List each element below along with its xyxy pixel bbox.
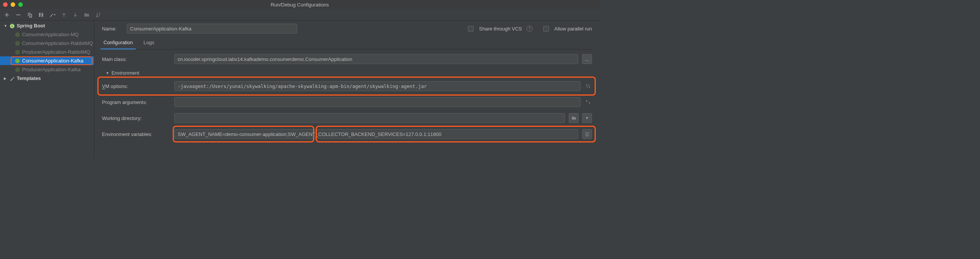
folder-icon[interactable] [84,12,90,18]
spring-boot-icon [14,40,21,46]
add-icon[interactable] [4,12,10,18]
tab-logs[interactable]: Logs [142,37,156,49]
content: ▼ Spring Boot ConsumerApplication-MQ Con… [0,21,600,158]
share-vcs-checkbox[interactable] [468,26,474,32]
working-dir-row: Working directory: ▼ [102,113,592,123]
working-dir-label: Working directory: [102,115,170,121]
tree-item-producer-rabbit[interactable]: ProducerApplication-RabbitMQ [0,48,94,56]
copy-icon[interactable] [27,12,33,18]
expand-field-icon[interactable] [584,82,592,90]
vm-options-row: VM options: [102,81,592,91]
mainclass-input[interactable] [174,54,578,64]
parallel-run-checkbox[interactable] [543,26,549,32]
name-row: Name: Share through VCS ? Allow parallel… [102,24,592,34]
vm-options-label: VM options: [102,83,170,89]
browse-mainclass-button[interactable]: ... [582,54,592,64]
tree-group-templates[interactable]: ▶ Templates [0,74,94,83]
environment-section-header[interactable]: ▼ Environment [106,70,592,76]
collapse-icon: ▼ [106,71,109,75]
maximize-window-icon[interactable] [18,2,23,7]
spring-boot-icon [14,67,21,73]
mainclass-label: Main class: [102,56,170,62]
wrench-icon [9,75,15,82]
tree-item-label: ProducerApplication-RabbitMQ [22,49,90,55]
section-title: Environment [111,70,139,76]
expand-icon: ▶ [4,77,8,80]
tree-item-consumer-kafka[interactable]: ConsumerApplication-Kafka [0,56,94,65]
config-tree: ▼ Spring Boot ConsumerApplication-MQ Con… [0,21,94,158]
expand-field-icon[interactable] [584,98,592,106]
move-up-icon[interactable] [61,12,67,18]
tabs: Configuration Logs [102,37,592,50]
parallel-run-label: Allow parallel run [554,26,592,32]
minimize-window-icon[interactable] [11,2,15,7]
tab-configuration[interactable]: Configuration [102,37,134,49]
tree-item-label: ConsumerApplication-MQ [22,32,79,37]
env-vars-input[interactable] [174,129,578,139]
svg-point-1 [15,32,20,37]
browse-folder-button[interactable] [569,113,579,123]
close-window-icon[interactable] [3,2,8,7]
help-icon[interactable]: ? [527,26,533,32]
tree-item-label: ProducerApplication-Kafka [22,67,81,72]
titlebar: Run/Debug Configurations [0,0,600,9]
tree-item-consumer-mq[interactable]: ConsumerApplication-MQ [0,30,94,39]
spring-boot-icon [14,58,21,64]
working-dir-input[interactable] [174,113,565,123]
edit-env-vars-button[interactable] [582,129,592,139]
window-controls [3,2,23,7]
tree-item-producer-kafka[interactable]: ProducerApplication-Kafka [0,65,94,74]
config-form: Main class: ... ▼ Environment VM options… [102,50,592,139]
workdir-dropdown-button[interactable]: ▼ [582,113,592,123]
save-icon[interactable] [38,12,44,18]
env-vars-row: Environment variables: [102,129,592,139]
env-vars-label: Environment variables: [102,131,170,137]
wrench-icon[interactable]: ▾ [49,12,56,18]
program-args-label: Program arguments: [102,99,170,105]
tree-group-label: Spring Boot [17,23,45,29]
run-debug-config-window: Run/Debug Configurations ▾ ▼ Spring Boot… [0,0,600,158]
name-input[interactable] [127,24,297,34]
tree-group-spring-boot[interactable]: ▼ Spring Boot [0,21,94,30]
toolbar: ▾ [0,9,600,21]
share-vcs-label: Share through VCS [479,26,522,32]
spring-boot-icon [14,32,21,38]
vm-options-input[interactable] [174,81,581,91]
expand-icon: ▼ [4,24,8,28]
spring-boot-icon [14,49,21,55]
tree-item-label: ConsumerApplication-Kafka [22,58,83,64]
program-args-row: Program arguments: [102,97,592,107]
tree-group-label: Templates [17,75,41,81]
name-label: Name: [102,26,123,32]
program-args-input[interactable] [174,97,581,107]
remove-icon[interactable] [15,12,21,18]
move-down-icon[interactable] [72,12,78,18]
sort-icon[interactable] [95,12,101,18]
spring-boot-icon [9,23,15,29]
window-title: Run/Debug Configurations [270,2,329,8]
svg-point-5 [15,67,20,72]
svg-point-3 [15,50,20,54]
main-panel: Name: Share through VCS ? Allow parallel… [94,21,600,158]
svg-point-2 [15,41,20,45]
tree-item-label: ConsumerApplication-RabbitMQ [22,40,93,46]
tree-item-consumer-rabbit[interactable]: ConsumerApplication-RabbitMQ [0,39,94,48]
svg-point-4 [15,58,20,63]
mainclass-row: Main class: ... [102,54,592,64]
